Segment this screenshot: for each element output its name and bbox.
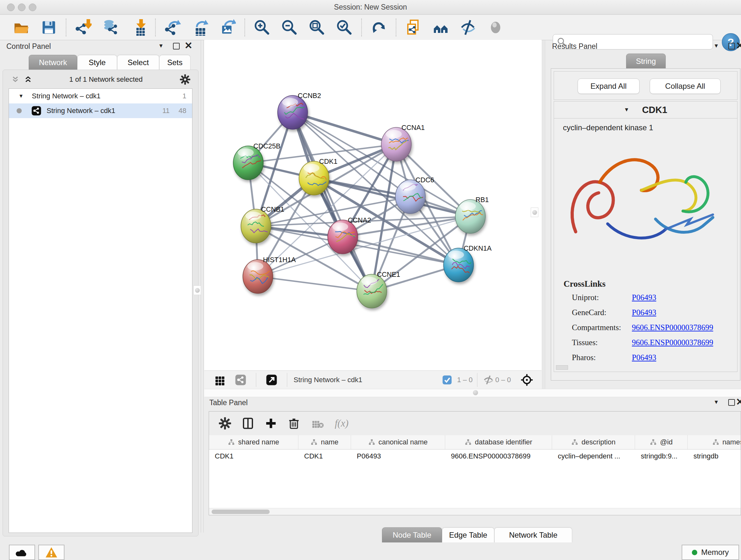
detach-view-icon[interactable] (266, 374, 277, 386)
tab-network-table[interactable]: Network Table (494, 527, 572, 543)
warnings-button[interactable] (38, 545, 64, 560)
zoom-fit-icon[interactable] (307, 17, 327, 37)
cell-name[interactable]: CDK1 (298, 449, 351, 463)
crosslink-link[interactable]: P06493 (632, 353, 656, 362)
column-header-namespace[interactable]: namespace (688, 435, 741, 449)
crosslink-link[interactable]: P06493 (632, 293, 656, 302)
birdseye-crosshair-icon[interactable] (521, 374, 533, 386)
network-collection-row[interactable]: ▼ String Network – cdk1 1 (9, 89, 192, 104)
collapse-all-button[interactable]: Collapse All (650, 78, 721, 94)
import-database-icon[interactable] (101, 17, 121, 37)
node-label-CCNA2: CCNA2 (348, 216, 371, 224)
network-row-selected[interactable]: String Network – cdk1 11 48 (9, 104, 192, 118)
node-RB1[interactable]: RB1 (455, 196, 489, 233)
import-network-icon[interactable] (73, 17, 93, 37)
horizontal-splitter[interactable] (204, 389, 741, 397)
export-table-icon[interactable] (190, 17, 210, 37)
gene-symbol: CDK1 (642, 105, 667, 115)
node-label-CDC6: CDC6 (415, 176, 434, 184)
results-panel-float-icon[interactable] (728, 43, 735, 50)
gene-section-header[interactable]: ▼ CDK1 (554, 102, 737, 118)
network-canvas[interactable]: CCNB2CCNA1CDC25BCDK1CDC6RB1CCNB1CCNA2CDK… (204, 40, 542, 370)
edge-HIST1H1A-CCNE1[interactable] (258, 276, 372, 291)
zoom-in-icon[interactable] (252, 17, 272, 37)
function-builder-icon[interactable]: f(x) (335, 418, 348, 429)
node-CCNB2[interactable]: CCNB2 (278, 92, 321, 129)
cloud-status-button[interactable] (9, 545, 35, 560)
delete-column-icon[interactable] (287, 417, 300, 430)
control-panel-menu-icon[interactable]: ▼ (158, 43, 164, 49)
gene-collapse-icon[interactable]: ▼ (624, 107, 629, 113)
expand-all-button[interactable]: Expand All (578, 78, 639, 94)
node-HIST1H1A[interactable]: HIST1H1A (243, 256, 296, 294)
table-panel-close-icon[interactable]: ✕ (736, 399, 741, 405)
memory-status-dot (692, 550, 697, 555)
zoom-out-icon[interactable] (280, 17, 299, 37)
cell-id[interactable]: stringdb:9... (635, 449, 688, 463)
zoom-selected-icon[interactable] (334, 17, 354, 37)
hidden-eye-slash-icon[interactable] (483, 374, 494, 385)
hide-glass-icon[interactable] (458, 17, 478, 37)
export-image-icon[interactable] (218, 17, 238, 37)
tree-icon (228, 439, 235, 445)
export-network-icon[interactable] (163, 17, 183, 37)
selected-checkbox-icon[interactable] (442, 375, 452, 385)
tab-select[interactable]: Select (117, 55, 159, 70)
cell-description[interactable]: cyclin–dependent ... (552, 449, 635, 463)
collapse-all-networks-icon[interactable] (11, 75, 19, 84)
column-header-name[interactable]: name (298, 435, 351, 449)
crosslink-link[interactable]: 9606.ENSP00000378699 (632, 338, 713, 347)
collection-expand-icon[interactable]: ▼ (18, 93, 23, 99)
save-session-icon[interactable] (39, 17, 59, 37)
cell-shared-name[interactable]: CDK1 (209, 449, 298, 463)
show-glass-icon[interactable] (486, 17, 506, 37)
refresh-view-icon[interactable] (369, 17, 389, 37)
edge-CCNB2-CCNA1[interactable] (293, 112, 396, 144)
expand-all-networks-icon[interactable] (24, 75, 32, 84)
table-row[interactable]: CDK1CDK1P064939606.ENSP00000378699cyclin… (209, 449, 741, 463)
clone-network-icon[interactable] (403, 17, 423, 37)
left-splitter-handle[interactable] (193, 286, 201, 295)
results-panel-menu-icon[interactable]: ▼ (714, 43, 719, 49)
delete-table-icon[interactable] (311, 417, 325, 430)
right-splitter[interactable] (543, 40, 543, 389)
network-view-icon[interactable] (235, 374, 246, 386)
memory-button[interactable]: Memory (682, 545, 739, 560)
tab-string[interactable]: String (626, 54, 666, 69)
cell-database-identifier[interactable]: 9606.ENSP00000378699 (445, 449, 552, 463)
column-header-canonical-name[interactable]: canonical name (351, 435, 445, 449)
tab-node-table[interactable]: Node Table (382, 527, 442, 543)
string-home-icon[interactable] (431, 17, 451, 37)
table-panel-menu-icon[interactable]: ▼ (714, 399, 719, 406)
split-columns-icon[interactable] (242, 417, 254, 430)
open-session-icon[interactable] (11, 17, 31, 37)
title-bar: Session: New Session (0, 0, 741, 15)
add-column-icon[interactable] (265, 417, 277, 430)
control-panel-close-icon[interactable]: ✕ (185, 43, 192, 49)
control-panel-float-icon[interactable] (173, 43, 180, 50)
tab-style[interactable]: Style (77, 55, 117, 70)
table-settings-gear-icon[interactable] (219, 417, 231, 430)
right-splitter-handle[interactable] (531, 207, 538, 217)
table-horizontal-scrollbar[interactable] (209, 508, 741, 515)
column-header-description[interactable]: description (552, 435, 635, 449)
network-options-gear-icon[interactable] (180, 74, 191, 85)
column-header-id[interactable]: @id (635, 435, 688, 449)
cell-namespace[interactable]: stringdb (688, 449, 741, 463)
tab-edge-table[interactable]: Edge Table (442, 527, 494, 543)
cell-canonical-name[interactable]: P06493 (351, 449, 445, 463)
crosslink-link[interactable]: P06493 (632, 308, 656, 317)
results-panel-close-icon[interactable]: ✕ (736, 43, 741, 49)
column-header-shared-name[interactable]: shared name (209, 435, 298, 449)
column-header-database-identifier[interactable]: database identifier (445, 435, 552, 449)
tab-network[interactable]: Network (29, 55, 77, 70)
grid-view-icon[interactable] (213, 374, 225, 386)
results-scrollbar[interactable] (556, 365, 568, 370)
node-CCNA1[interactable]: CCNA1 (381, 124, 425, 161)
import-table-icon[interactable] (128, 17, 148, 37)
scrollbar-thumb[interactable] (212, 509, 270, 514)
edge-CCNB2-CCNE1[interactable] (293, 112, 372, 291)
tab-sets[interactable]: Sets (159, 55, 191, 70)
crosslink-link[interactable]: 9606.ENSP00000378699 (632, 323, 713, 332)
table-panel-float-icon[interactable] (728, 399, 735, 406)
